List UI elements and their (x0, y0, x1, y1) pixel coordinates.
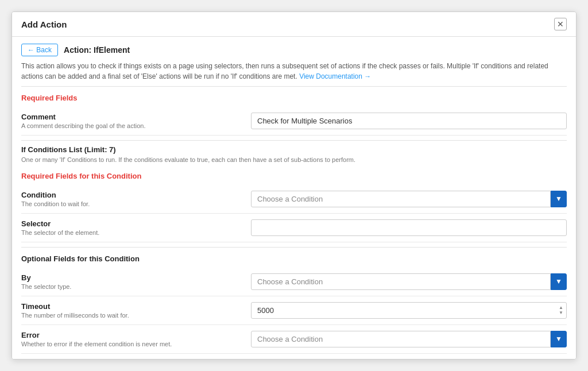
required-condition-title: Required Fields for this Condition (21, 172, 567, 180)
modal-body: ← Back Action: IfElement This action all… (12, 37, 576, 360)
selector-field-row: Selector The selector of the element. (21, 214, 567, 242)
if-conditions-desc: One or many 'If' Conditions to run. If t… (21, 155, 567, 165)
selector-label: Selector (21, 219, 242, 228)
divider-1 (21, 86, 567, 87)
timeout-desc: The number of milliseconds to wait for. (21, 312, 242, 319)
error-desc: Whether to error if the element conditio… (21, 341, 242, 347)
selector-desc: The selector of the element. (21, 229, 242, 236)
error-select[interactable]: Choose a Condition (251, 331, 551, 347)
action-label: Action: IfElement (64, 45, 130, 55)
error-field-row: Error Whether to error if the element co… (21, 325, 567, 354)
comment2-field-row: Comment A comment describing the goal of… (21, 354, 567, 360)
by-select-wrapper: Choose a Condition ▼ (251, 273, 567, 290)
comment-label: Comment (21, 113, 242, 121)
back-button[interactable]: ← Back (21, 44, 58, 56)
divider-2 (21, 140, 567, 141)
error-select-arrow[interactable]: ▼ (551, 331, 567, 347)
error-select-wrapper: Choose a Condition ▼ (251, 331, 567, 347)
timeout-increment[interactable]: ▲ (558, 306, 564, 310)
comment-desc: A comment describing the goal of the act… (21, 122, 242, 129)
comment-field-row: Comment A comment describing the goal of… (21, 107, 567, 136)
selector-input[interactable] (251, 219, 567, 236)
condition-select[interactable]: Choose a Condition (251, 191, 551, 207)
error-label: Error (21, 331, 242, 339)
condition-label: Condition (21, 191, 242, 199)
add-action-modal: Add Action ✕ ← Back Action: IfElement Th… (11, 11, 577, 360)
if-conditions-block: If Conditions List (Limit: 7) One or man… (21, 145, 567, 165)
timeout-decrement[interactable]: ▼ (558, 311, 564, 315)
condition-field-row: Condition The condition to wait for. Cho… (21, 185, 567, 214)
by-field-row: By The selector type. Choose a Condition… (21, 268, 567, 296)
timeout-input[interactable] (251, 302, 567, 319)
view-docs-link[interactable]: View Documentation → (299, 72, 371, 80)
optional-condition-title: Optional Fields for this Condition (21, 254, 567, 263)
description-text: This action allows you to check if thing… (21, 61, 567, 82)
by-select[interactable]: Choose a Condition (251, 273, 551, 290)
if-conditions-title: If Conditions List (Limit: 7) (21, 145, 567, 154)
comment2-label: Comment (21, 360, 242, 360)
required-fields-title: Required Fields (21, 94, 567, 102)
by-desc: The selector type. (21, 283, 242, 290)
comment2-input[interactable] (251, 360, 567, 360)
timeout-input-wrapper: ▲ ▼ (251, 302, 567, 319)
by-label: By (21, 273, 242, 282)
comment-input[interactable] (251, 113, 567, 129)
timeout-label: Timeout (21, 302, 242, 311)
close-button[interactable]: ✕ (554, 18, 567, 30)
modal-title: Add Action (21, 20, 67, 29)
condition-desc: The condition to wait for. (21, 200, 242, 207)
back-action-row: ← Back Action: IfElement (21, 44, 567, 56)
modal-header: Add Action ✕ (12, 12, 576, 37)
timeout-field-row: Timeout The number of milliseconds to wa… (21, 296, 567, 325)
divider-3 (21, 247, 567, 248)
condition-select-arrow[interactable]: ▼ (551, 191, 567, 207)
by-select-arrow[interactable]: ▼ (551, 273, 567, 290)
condition-select-wrapper: Choose a Condition ▼ (251, 191, 567, 207)
